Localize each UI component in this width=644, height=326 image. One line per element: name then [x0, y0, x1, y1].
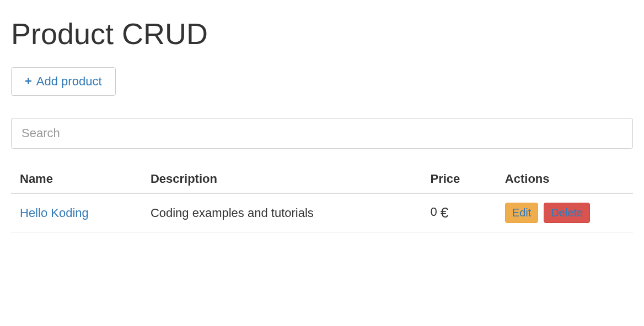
column-header-description: Description [142, 165, 422, 193]
search-input[interactable] [11, 118, 633, 149]
add-product-label: Add product [36, 74, 102, 89]
euro-icon: € [441, 204, 448, 221]
product-description: Coding examples and tutorials [142, 193, 422, 232]
column-header-actions: Actions [496, 165, 633, 193]
product-name-link[interactable]: Hello Koding [20, 206, 89, 220]
edit-button[interactable]: Edit [505, 203, 538, 223]
plus-icon: + [25, 74, 32, 89]
column-header-name: Name [11, 165, 142, 193]
delete-button[interactable]: Delete [544, 203, 590, 223]
product-table: Name Description Price Actions Hello Kod… [11, 165, 633, 232]
page-title: Product CRUD [11, 17, 633, 51]
add-product-button[interactable]: + Add product [11, 67, 116, 96]
product-price: 0 € [421, 193, 496, 232]
column-header-price: Price [421, 165, 496, 193]
table-row: Hello Koding Coding examples and tutoria… [11, 193, 633, 232]
